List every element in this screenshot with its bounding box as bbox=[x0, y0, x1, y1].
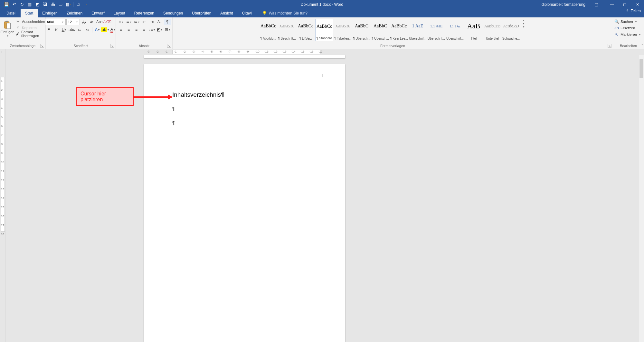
align-right-icon[interactable]: ≡ bbox=[133, 26, 140, 33]
superscript-icon[interactable]: x2 bbox=[84, 26, 91, 33]
maximize-icon[interactable]: ◻ bbox=[618, 0, 631, 9]
grow-font-icon[interactable]: A▴ bbox=[80, 19, 88, 25]
ribbon-display-options-icon[interactable]: ▢ bbox=[592, 0, 601, 9]
styles-gallery[interactable]: AaBbCc¶ Abbildu...AaBbCcDc¶ Beschrift...… bbox=[259, 19, 520, 41]
align-center-icon[interactable]: ≡ bbox=[125, 26, 132, 33]
change-case-icon[interactable]: Aa▾ bbox=[96, 19, 103, 25]
shading-icon[interactable]: ◩▾ bbox=[156, 26, 163, 33]
qat-btn-5[interactable]: ◩ bbox=[33, 0, 41, 9]
decrease-indent-icon[interactable]: ⇤ bbox=[141, 19, 148, 25]
print-icon[interactable]: 🖶 bbox=[49, 0, 57, 9]
format-painter-button[interactable]: 🖌Format übertragen bbox=[16, 31, 45, 37]
font-name-combo[interactable]: ▾ bbox=[45, 19, 66, 25]
dialog-launcher-icon[interactable]: ↘ bbox=[608, 44, 611, 48]
document-page[interactable]: ¶ Inhaltsverzeichnis¶ ¶ ¶ bbox=[144, 64, 345, 342]
style-item[interactable]: AaBTitel bbox=[465, 19, 483, 41]
select-button[interactable]: ↖Markieren▾ bbox=[614, 32, 640, 37]
style-item[interactable]: AaBbCc¶ LitVerz bbox=[297, 19, 315, 41]
tab-references[interactable]: Referenzen bbox=[130, 9, 159, 17]
find-button[interactable]: 🔍Suchen▾ bbox=[614, 19, 637, 24]
horizontal-ruler[interactable]: ·3··2··1··1··2··3··4··5··6··7··8··9··10·… bbox=[144, 49, 345, 55]
tab-file[interactable]: Datei bbox=[1, 9, 21, 17]
vertical-ruler[interactable]: 123456789101112131415161718 bbox=[0, 55, 5, 342]
bullets-icon[interactable]: ≡▾ bbox=[118, 19, 125, 25]
new-doc-icon[interactable]: 🗋 bbox=[74, 0, 82, 9]
tab-design[interactable]: Entwurf bbox=[87, 9, 109, 17]
cut-button[interactable]: ✂Ausschneiden bbox=[16, 19, 45, 24]
borders-icon[interactable]: ⊞▾ bbox=[164, 26, 171, 33]
font-color-icon[interactable]: A▾ bbox=[109, 26, 116, 33]
minimize-icon[interactable]: — bbox=[605, 0, 618, 9]
tab-selector[interactable]: ∟ bbox=[0, 49, 5, 55]
bold-icon[interactable]: F bbox=[45, 26, 52, 33]
redo-icon[interactable]: ↻ bbox=[18, 0, 26, 9]
tab-layout[interactable]: Layout bbox=[109, 9, 130, 17]
style-item[interactable]: AaBbCc¶ Kein Lee... bbox=[390, 19, 408, 41]
style-item[interactable]: AaBbCc¶ Abbildu... bbox=[259, 19, 277, 41]
underline-icon[interactable]: U▾ bbox=[61, 26, 68, 33]
scroll-up-icon[interactable]: ▴ bbox=[521, 19, 526, 22]
style-item[interactable]: 1.1.1 AaÜberschrif... bbox=[446, 19, 464, 41]
italic-icon[interactable]: K bbox=[53, 26, 60, 33]
show-hide-icon[interactable]: ¶ bbox=[164, 19, 171, 25]
dialog-launcher-icon[interactable]: ↘ bbox=[110, 44, 114, 48]
styles-more-icon[interactable]: ▾ bbox=[521, 25, 526, 28]
tell-me-search[interactable]: 💡 Was möchten Sie tun? bbox=[262, 9, 308, 17]
style-item[interactable]: AaBbCcDc¶ Beschrift... bbox=[278, 19, 296, 41]
tab-start[interactable]: Start bbox=[21, 9, 38, 17]
style-item[interactable]: AaBbCcDUntertitel bbox=[483, 19, 501, 41]
style-item[interactable]: 1 AaEÜberschrif... bbox=[409, 19, 427, 41]
increase-indent-icon[interactable]: ⇥ bbox=[148, 19, 156, 25]
close-icon[interactable]: ✕ bbox=[631, 0, 644, 9]
save-icon[interactable]: 💾 bbox=[3, 0, 10, 9]
subscript-icon[interactable]: x2 bbox=[76, 26, 83, 33]
annotation-text: Cursor hier platzieren bbox=[80, 91, 129, 103]
style-item[interactable]: AaBbCcDSchwache... bbox=[502, 19, 520, 41]
style-item[interactable]: 1.1 AaEÜberschrif... bbox=[427, 19, 445, 41]
vertical-scrollbar[interactable] bbox=[639, 55, 644, 342]
paragraph-mark-1[interactable]: ¶ bbox=[172, 106, 323, 111]
font-name-input[interactable] bbox=[47, 20, 61, 24]
style-item[interactable]: AaBbCcDc¶ Tabellen... bbox=[334, 19, 352, 41]
style-item[interactable]: AaBbC¶ Übersch... bbox=[353, 19, 371, 41]
sort-icon[interactable]: A↓ bbox=[156, 19, 163, 25]
font-size-input[interactable] bbox=[68, 20, 75, 24]
scroll-down-icon[interactable]: ▾ bbox=[521, 22, 526, 25]
scrollbar-thumb[interactable] bbox=[639, 59, 643, 78]
strikethrough-icon[interactable]: abc bbox=[68, 26, 75, 33]
paragraph-mark-2[interactable]: ¶ bbox=[172, 120, 323, 125]
style-item[interactable]: AaBbC¶ Übersch... bbox=[371, 19, 389, 41]
qat-btn-9[interactable]: ▦▾ bbox=[64, 0, 72, 9]
shrink-font-icon[interactable]: A▾ bbox=[88, 19, 95, 25]
dialog-launcher-icon[interactable]: ↘ bbox=[40, 44, 44, 48]
tab-insert[interactable]: Einfügen bbox=[38, 9, 62, 17]
justify-icon[interactable]: ≡ bbox=[141, 26, 148, 33]
share-button[interactable]: ⇪ Teilen bbox=[626, 9, 641, 13]
collapse-ribbon-icon[interactable]: ˆ bbox=[642, 44, 643, 48]
qat-btn-6[interactable]: 🖼 bbox=[41, 0, 49, 9]
text-effects-icon[interactable]: A▾ bbox=[94, 26, 101, 33]
line-spacing-icon[interactable]: ↕≡▾ bbox=[148, 26, 156, 33]
tab-view[interactable]: Ansicht bbox=[216, 9, 237, 17]
styles-scroll[interactable]: ▴ ▾ ▾ bbox=[521, 19, 526, 28]
align-left-icon[interactable]: ≡ bbox=[118, 26, 125, 33]
font-size-combo[interactable]: ▾ bbox=[66, 19, 80, 25]
tab-draw[interactable]: Zeichnen bbox=[62, 9, 87, 17]
tab-review[interactable]: Überprüfen bbox=[187, 9, 216, 17]
dialog-launcher-icon[interactable]: ↘ bbox=[167, 44, 171, 48]
qat-btn-8[interactable]: ▭ bbox=[57, 0, 64, 9]
highlight-icon[interactable]: ab▾ bbox=[101, 26, 109, 33]
numbering-icon[interactable]: ≣▾ bbox=[125, 19, 132, 25]
paste-button[interactable]: Einfügen ▾ bbox=[2, 19, 13, 37]
window-title: Dokument 1.docx - Word bbox=[301, 2, 344, 7]
style-item[interactable]: AaBbCc¶ Standard bbox=[315, 19, 333, 41]
tab-citavi[interactable]: Citavi bbox=[238, 9, 256, 17]
clear-formatting-icon[interactable]: A⌫ bbox=[104, 19, 111, 25]
replace-button[interactable]: abErsetzen bbox=[614, 25, 635, 31]
qat-dropdown-icon[interactable]: ▾ bbox=[82, 0, 90, 9]
undo-icon[interactable]: ↶ bbox=[10, 0, 18, 9]
account-name[interactable]: diplomarbeit formatierung bbox=[542, 2, 585, 7]
qat-btn-4[interactable]: ▤ bbox=[26, 0, 33, 9]
tab-mailings[interactable]: Sendungen bbox=[159, 9, 187, 17]
multilevel-list-icon[interactable]: ≔▾ bbox=[133, 19, 140, 25]
